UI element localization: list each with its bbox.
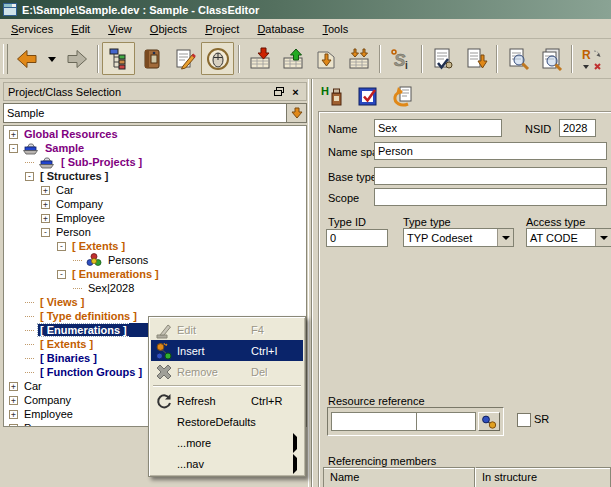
scope-field[interactable] (374, 188, 607, 206)
script-info-button[interactable]: Si (384, 42, 417, 75)
collapse-icon[interactable]: - (41, 228, 50, 237)
db-checkout-button[interactable] (276, 42, 309, 75)
menu-database[interactable]: Database (248, 20, 313, 38)
tree-item-label: [ Extents ] (70, 240, 127, 252)
tree-item-sub-projects[interactable]: [ Sub-Projects ] (4, 155, 306, 169)
resource-reference-field[interactable] (331, 412, 476, 431)
verify-document-button[interactable] (426, 42, 459, 75)
resource-picker-button[interactable] (478, 412, 500, 431)
menu-remove-icon (155, 363, 173, 381)
menu-item-label: Edit (177, 324, 251, 336)
project-combo-dropdown-button[interactable] (286, 104, 306, 122)
tree-item-structures[interactable]: -[ Structures ] (4, 169, 306, 183)
context-menu-more[interactable]: ...more (151, 432, 303, 453)
tree-item-extents[interactable]: -[ Extents ] (4, 239, 306, 253)
typeid-field[interactable] (326, 229, 388, 247)
apply-button[interactable] (355, 83, 380, 108)
expand-icon[interactable]: + (9, 130, 18, 139)
column-header-name[interactable]: Name (323, 467, 475, 487)
titlebar[interactable]: E:\Sample\Sample.dev : Sample - ClassEdi… (0, 0, 611, 19)
context-menu-restoredefaults[interactable]: RestoreDefaults (151, 411, 303, 432)
submenu-arrow-icon (293, 454, 297, 474)
app-icon[interactable] (3, 3, 17, 16)
menu-project[interactable]: Project (196, 20, 248, 38)
referencing-members-table-header: NameIn structure (323, 467, 611, 487)
export-document-button[interactable] (459, 42, 492, 75)
expand-icon[interactable]: + (9, 382, 18, 391)
menu-view[interactable]: View (99, 20, 141, 38)
typetype-dropdown-button[interactable] (497, 229, 513, 246)
revert-button[interactable] (390, 83, 415, 108)
expand-icon[interactable]: + (9, 396, 18, 405)
edit-document-button[interactable] (168, 42, 201, 75)
class-tree-button[interactable] (102, 42, 135, 75)
context-menu-refresh[interactable]: RefreshCtrl+R (151, 390, 303, 411)
project-combo-input[interactable] (4, 104, 286, 122)
collapse-icon[interactable]: - (9, 144, 18, 153)
project-icon (22, 142, 39, 155)
find-in-document-button[interactable] (501, 42, 534, 75)
apply-icon (356, 84, 380, 108)
nav-forward-button[interactable] (60, 42, 93, 75)
namespace-field[interactable] (374, 142, 607, 160)
accesstype-dropdown-button[interactable] (595, 229, 611, 246)
db-update-button[interactable] (342, 42, 375, 75)
mouse-mode-button[interactable] (201, 42, 234, 75)
expand-icon[interactable]: + (41, 186, 50, 195)
menu-objects[interactable]: Objects (141, 20, 196, 38)
close-panel-button[interactable]: × (288, 85, 303, 98)
tree-item-car[interactable]: +Car (4, 183, 306, 197)
collapse-icon[interactable]: - (57, 242, 66, 251)
context-menu-remove[interactable]: RemoveDel (151, 361, 303, 382)
tree-item-persons[interactable]: Persons (4, 253, 306, 267)
tree-item-views[interactable]: [ Views ] (4, 295, 306, 309)
expand-icon[interactable]: + (41, 200, 50, 209)
refactor-nav-button[interactable]: R (576, 42, 609, 75)
tree-item-employee[interactable]: +Employee (4, 211, 306, 225)
db-send-button[interactable] (309, 42, 342, 75)
tree-item-sex-2028[interactable]: Sex|2028 (4, 281, 306, 295)
tree-item-enumerations[interactable]: -[ Enumerations ] (4, 267, 306, 281)
tree-connector (25, 372, 34, 373)
column-header-in-structure[interactable]: In structure (475, 467, 611, 487)
history-button[interactable]: H (320, 83, 345, 108)
name-field[interactable] (374, 119, 502, 137)
chevron-down-icon (600, 236, 608, 240)
menu-edit-icon (155, 321, 173, 339)
tree-item-label: [ Sub-Projects ] (59, 156, 144, 168)
typetype-select[interactable]: TYP Codeset (403, 228, 514, 247)
resource-ref-part2 (417, 413, 475, 430)
menu-edit[interactable]: Edit (62, 20, 99, 38)
tree-item-company[interactable]: +Company (4, 197, 306, 211)
float-panel-button[interactable] (271, 85, 286, 98)
nsid-field[interactable] (559, 119, 596, 137)
tree-connector (25, 330, 34, 331)
db-checkin-button[interactable] (243, 42, 276, 75)
find-in-documents-button[interactable] (534, 42, 567, 75)
expand-icon[interactable]: + (9, 424, 18, 428)
sr-label: SR (534, 413, 549, 425)
tree-item-person[interactable]: -Person (4, 225, 306, 239)
menu-tools[interactable]: Tools (313, 20, 357, 38)
tree-item-sample[interactable]: -Sample (4, 141, 306, 155)
sr-checkbox[interactable] (517, 413, 531, 427)
context-menu-edit[interactable]: EditF4 (151, 319, 303, 340)
basetype-field[interactable] (374, 167, 607, 185)
collapse-icon[interactable]: - (25, 172, 34, 181)
menu-services[interactable]: Services (2, 20, 62, 38)
toolbar-grip[interactable] (3, 44, 8, 74)
expand-icon[interactable]: + (9, 410, 18, 419)
accesstype-select[interactable]: AT CODE (526, 228, 611, 247)
context-menu-nav[interactable]: ...nav (151, 453, 303, 474)
tree-item-global-resources[interactable]: +Global Resources (4, 127, 306, 141)
log-book-button[interactable] (135, 42, 168, 75)
send-icon (314, 47, 338, 71)
nav-back-button[interactable] (10, 42, 43, 75)
tree-item-label: Person (22, 422, 61, 427)
context-menu-insert[interactable]: InsertCtrl+I (151, 340, 303, 361)
tree-connector (25, 162, 34, 163)
expand-icon[interactable]: + (41, 214, 50, 223)
nav-dropdown-button[interactable] (43, 42, 60, 75)
menu-insert-icon (155, 342, 173, 360)
collapse-icon[interactable]: - (57, 270, 66, 279)
